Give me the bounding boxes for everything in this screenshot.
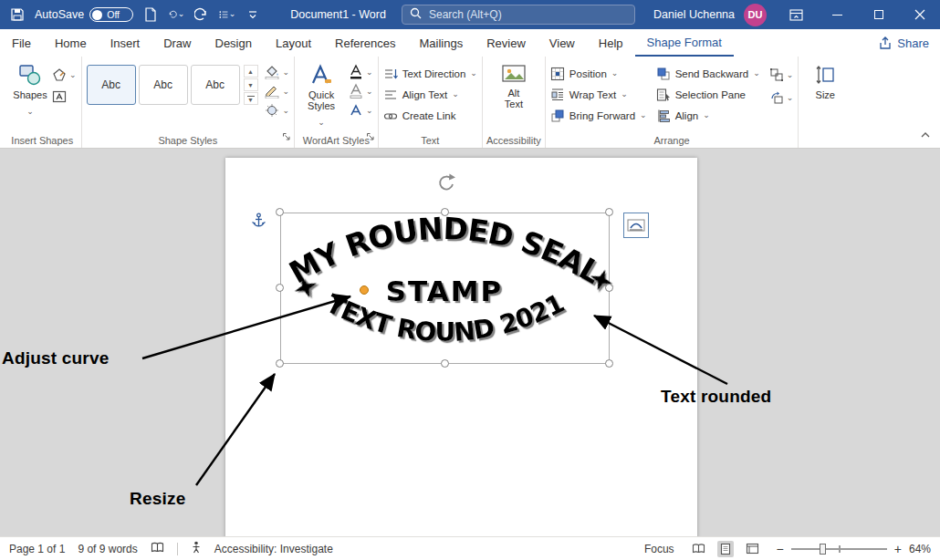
align-button[interactable]: Align	[656, 105, 760, 126]
user-name[interactable]: Daniel Uchenna	[653, 8, 735, 21]
tab-shape-format[interactable]: Shape Format	[635, 29, 734, 57]
resize-handle-top-right[interactable]	[605, 208, 613, 216]
send-backward-button[interactable]: Send Backward	[656, 63, 760, 84]
shape-outline-button[interactable]	[264, 81, 290, 100]
quick-styles-button[interactable]: Quick Styles	[299, 59, 343, 130]
word-count[interactable]: 9 of 9 words	[78, 543, 137, 555]
tab-view[interactable]: View	[538, 29, 587, 57]
wordart-styles-dialog-launcher[interactable]	[366, 129, 375, 145]
new-document-icon[interactable]	[142, 6, 159, 23]
customize-qat-button[interactable]	[245, 6, 261, 23]
zoom-level[interactable]: 64%	[909, 543, 931, 555]
minimize-button[interactable]	[817, 0, 858, 29]
shape-style-preset-3[interactable]: Abc	[191, 65, 240, 105]
resize-handle-middle-left[interactable]	[276, 284, 284, 292]
page-indicator[interactable]: Page 1 of 1	[9, 543, 65, 555]
selection-pane-label: Selection Pane	[675, 89, 746, 100]
create-link-button[interactable]: Create Link	[383, 105, 477, 126]
shape-style-preset-2[interactable]: Abc	[139, 65, 188, 105]
shape-effects-button[interactable]	[264, 100, 290, 119]
zoom-notch	[839, 545, 841, 553]
autosave-pill[interactable]: Off	[89, 7, 133, 22]
group-objects-button[interactable]	[769, 65, 794, 84]
resize-handle-bottom-left[interactable]	[276, 359, 284, 368]
share-button[interactable]: Share	[879, 29, 929, 57]
gallery-up-button[interactable]: ▲	[244, 65, 258, 78]
gallery-down-button[interactable]: ▼	[244, 78, 258, 91]
text-direction-button[interactable]: Text Direction	[383, 63, 477, 84]
maximize-button[interactable]	[858, 0, 899, 29]
zoom-out-button[interactable]: −	[777, 544, 784, 554]
autosave-toggle[interactable]: AutoSave Off	[35, 7, 133, 22]
tab-design[interactable]: Design	[204, 29, 264, 57]
tab-help[interactable]: Help	[587, 29, 635, 57]
save-icon[interactable]	[9, 6, 26, 23]
edit-shape-icon	[52, 67, 67, 82]
read-mode-button[interactable]	[689, 541, 708, 556]
bullets-button[interactable]	[219, 6, 235, 23]
shapes-label: Shapes	[13, 89, 47, 100]
position-button[interactable]: Position	[550, 63, 647, 84]
text-fill-button[interactable]	[349, 62, 373, 81]
close-button[interactable]	[899, 0, 940, 29]
resize-handle-top-middle[interactable]	[441, 208, 449, 216]
rotate-handle[interactable]	[436, 172, 456, 196]
tab-insert[interactable]: Insert	[99, 29, 152, 57]
minimize-icon	[832, 15, 842, 16]
undo-button[interactable]	[168, 6, 184, 23]
resize-handle-top-left[interactable]	[276, 208, 284, 216]
rotate-objects-button[interactable]	[769, 88, 794, 107]
bring-forward-button[interactable]: Bring Forward	[550, 105, 647, 126]
selection-pane-button[interactable]: Selection Pane	[656, 84, 760, 105]
collapse-ribbon-button[interactable]	[920, 126, 931, 142]
align-text-button[interactable]: Align Text	[383, 84, 477, 105]
shape-style-preset-1[interactable]: Abc	[87, 65, 136, 105]
accessibility-status[interactable]: Accessibility: Investigate	[214, 543, 333, 555]
text-box-icon	[52, 89, 67, 104]
zoom-slider[interactable]	[791, 548, 887, 550]
alt-text-button[interactable]: Alt Text	[487, 59, 540, 109]
resize-handle-bottom-right[interactable]	[605, 359, 613, 368]
accessibility-icon[interactable]	[191, 541, 202, 556]
text-outline-button[interactable]	[349, 81, 373, 100]
shape-fill-icon	[264, 64, 280, 79]
text-box-button[interactable]	[52, 87, 77, 106]
ribbon-display-options-button[interactable]	[776, 0, 817, 29]
adjust-curve-handle[interactable]	[360, 285, 369, 295]
wordart-stamp[interactable]: MY ROUNDED SEAL STAMP TEXT ROUND 2021	[280, 213, 610, 365]
proofing-icon[interactable]	[151, 542, 164, 556]
size-button[interactable]: Size	[803, 59, 847, 100]
quick-styles-icon	[309, 63, 333, 87]
zoom-in-button[interactable]: +	[894, 544, 902, 554]
focus-button[interactable]: Focus	[644, 543, 674, 555]
tab-draw[interactable]: Draw	[151, 29, 203, 57]
zoom-slider-thumb[interactable]	[820, 544, 826, 555]
resize-handle-bottom-middle[interactable]	[441, 359, 449, 368]
print-layout-button[interactable]	[717, 541, 734, 557]
wrap-text-button[interactable]: Wrap Text	[550, 84, 647, 105]
search-input[interactable]	[427, 7, 610, 22]
tab-review[interactable]: Review	[475, 29, 538, 57]
tab-home[interactable]: Home	[43, 29, 99, 57]
tab-references[interactable]: References	[323, 29, 407, 57]
redo-button[interactable]	[193, 6, 210, 23]
shape-styles-dialog-launcher[interactable]	[282, 129, 291, 145]
shape-fill-button[interactable]	[264, 62, 290, 81]
search-box[interactable]	[402, 5, 635, 25]
tab-file[interactable]: File	[0, 29, 43, 57]
tab-mailings[interactable]: Mailings	[408, 29, 475, 57]
resize-handle-middle-right[interactable]	[605, 284, 613, 292]
shapes-button[interactable]: Shapes	[8, 59, 52, 119]
wrap-text-label: Wrap Text	[569, 89, 616, 100]
bullets-dropdown-caret[interactable]	[229, 8, 236, 21]
layout-options-icon	[627, 217, 645, 233]
anchor-icon[interactable]	[252, 213, 266, 233]
web-layout-button[interactable]	[743, 541, 762, 556]
edit-shape-button[interactable]	[52, 65, 77, 84]
gallery-more-button[interactable]: ▼	[244, 92, 258, 105]
text-effects-button[interactable]	[349, 100, 373, 119]
layout-options-button[interactable]	[623, 213, 649, 238]
undo-dropdown-caret[interactable]	[178, 8, 185, 21]
tab-layout[interactable]: Layout	[264, 29, 323, 57]
user-avatar[interactable]: DU	[744, 4, 767, 26]
